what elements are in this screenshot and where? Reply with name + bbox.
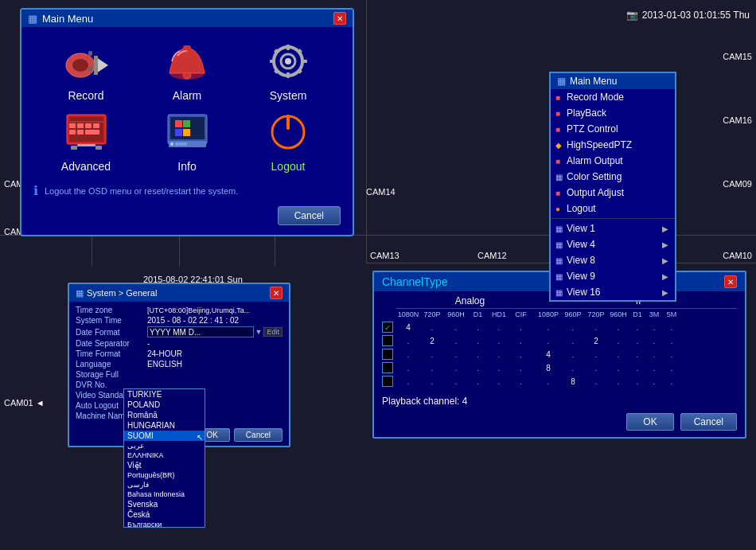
dateformat-arrow[interactable]: ▼ — [255, 328, 263, 336]
ch-ip-720p-r2: 2 — [585, 337, 607, 345]
menu-item-system[interactable]: System — [244, 39, 333, 102]
ch-720p-r3: . — [420, 350, 444, 359]
context-label-output: Output Adjust — [567, 187, 624, 198]
col-d1-ip: D1 — [629, 310, 645, 318]
svg-rect-23 — [69, 123, 76, 128]
ch-ip-960h-r4: . — [607, 364, 629, 373]
lang-farsi[interactable]: فارسی — [124, 480, 205, 490]
context-item-record-mode[interactable]: ■ Record Mode — [551, 89, 675, 105]
cam12-label: CAM12 — [477, 251, 507, 260]
col-1080n: 1080N — [396, 310, 420, 318]
context-item-color[interactable]: ▦ Color Setting — [551, 169, 675, 185]
info-label: Info — [177, 160, 196, 173]
context-item-playback[interactable]: ■ PlayBack — [551, 105, 675, 121]
lang-portuguese[interactable]: Português(BR) — [124, 470, 205, 480]
ch-960h-r1: . — [444, 323, 468, 332]
channel-dialog-title: ChannelType — [382, 275, 448, 288]
context-item-logout[interactable]: ● Logout — [551, 201, 675, 216]
datetime-value: 2013-01-03 01:01:55 Thu — [642, 10, 750, 21]
ch-ip-960p-r4: . — [561, 364, 585, 373]
ch-hd1-r4: . — [488, 364, 510, 373]
ch-checkbox-3[interactable] — [382, 349, 393, 360]
lang-svenska[interactable]: Svenska — [124, 499, 205, 509]
lang-ceska[interactable]: Česká — [124, 509, 205, 520]
lang-romana[interactable]: Română — [124, 410, 205, 420]
col-960h-ip: 960H — [607, 310, 629, 318]
ch-d1-r5: . — [468, 377, 488, 386]
system-cancel-btn[interactable]: Cancel — [234, 428, 283, 442]
ch-ip-5m-r3: . — [663, 350, 680, 359]
context-item-highspeed[interactable]: ◆ HighSpeedPTZ — [551, 137, 675, 153]
context-item-view1[interactable]: ▦ View 1 ▶ — [551, 220, 675, 236]
main-menu-close-btn[interactable]: ✕ — [333, 12, 346, 25]
arrow-view16: ▶ — [662, 288, 668, 297]
alarm-label: Alarm — [173, 89, 202, 102]
advanced-icon — [62, 110, 110, 154]
channel-ok-btn[interactable]: OK — [626, 413, 673, 431]
ch-checkbox-5[interactable] — [382, 376, 393, 387]
context-item-alarm-output[interactable]: ■ Alarm Output — [551, 153, 675, 169]
ch-checkbox-4[interactable] — [382, 362, 393, 373]
lang-turkiye[interactable]: TURKIYE — [124, 389, 205, 400]
ch-checkbox-1[interactable]: ✓ — [382, 322, 393, 333]
ch-ip-5m-r2: . — [663, 337, 680, 345]
ch-ip-960p-r5: 8 — [561, 377, 585, 386]
dateformat-edit[interactable]: Edit — [263, 327, 283, 337]
menu-bottom-row: Advanced Info — [21, 106, 353, 177]
menu-item-info[interactable]: Info — [142, 110, 232, 173]
lang-hungarian[interactable]: HUNGARIAN — [124, 420, 205, 431]
ch-1080n-r5: . — [396, 377, 420, 386]
context-label-record-mode: Record Mode — [567, 92, 624, 103]
context-menu: ▦ Main Menu ■ Record Mode ■ PlayBack ■ P… — [549, 72, 676, 302]
ch-cif-r5: . — [510, 377, 532, 386]
ch-1080n-r4: . — [396, 364, 420, 373]
lang-greek[interactable]: ΕΛΛΗΝΙΚΑ — [124, 451, 205, 460]
playback-channel-info: Playback channel: 4 — [374, 391, 745, 410]
value-timeformat: 24-HOUR — [147, 349, 283, 358]
arrow-view9: ▶ — [662, 272, 668, 281]
svg-rect-32 — [77, 144, 95, 146]
system-dialog-close-btn[interactable]: ✕ — [270, 287, 283, 299]
context-item-output[interactable]: ■ Output Adjust — [551, 185, 675, 201]
logout-icon — [264, 110, 312, 154]
context-item-view4[interactable]: ▦ View 4 ▶ — [551, 236, 675, 252]
channel-row-4: . . . . . . 8 . . . . . . — [382, 362, 737, 373]
main-menu-titlebar: ▦ Main Menu ✕ — [21, 10, 353, 27]
ch-ip-3m-r4: . — [645, 364, 663, 373]
lang-arabic[interactable]: عربى — [124, 441, 205, 451]
svg-point-1 — [72, 59, 88, 72]
ch-cif-r2: . — [510, 337, 532, 345]
cam13-label: CAM13 — [370, 251, 399, 260]
channel-row-2: . 2 . . . . . . 2 . . . . — [382, 335, 737, 346]
field-timeformat: Time Format 24-HOUR — [76, 349, 283, 358]
lang-bahasa[interactable]: Bahasa Indonesia — [124, 490, 205, 499]
menu-item-advanced[interactable]: Advanced — [41, 110, 131, 173]
divider-v1 — [366, 0, 367, 263]
datetime-display: 📷 2013-01-03 01:01:55 Thu — [626, 10, 750, 21]
input-dateformat[interactable] — [147, 326, 254, 337]
lang-suomi[interactable]: SUOMI — [124, 431, 205, 441]
ch-ip-960h-r3: . — [607, 350, 629, 359]
channel-cancel-btn[interactable]: Cancel — [680, 413, 737, 431]
menu-item-logout[interactable]: Logout — [244, 110, 333, 173]
context-item-view16[interactable]: ▦ View 16 ▶ — [551, 284, 675, 300]
ch-checkbox-2[interactable] — [382, 335, 393, 346]
lang-viet[interactable]: Việt — [124, 460, 205, 470]
channel-dialog-close-btn[interactable]: ✕ — [724, 275, 737, 288]
value-datesep: - — [147, 339, 283, 348]
ch-hd1-r5: . — [488, 377, 510, 386]
context-item-ptz[interactable]: ■ PTZ Control — [551, 121, 675, 137]
bullet-view4: ▦ — [555, 240, 563, 249]
logout-label: Logout — [271, 160, 306, 173]
context-item-view8[interactable]: ▦ View 8 ▶ — [551, 252, 675, 268]
value-timezone: [UTC+08:00]Beijing,Urumqi,Ta... — [147, 306, 283, 314]
context-item-view9[interactable]: ▦ View 9 ▶ — [551, 268, 675, 284]
menu-item-alarm[interactable]: Alarm — [142, 39, 232, 102]
lang-poland[interactable]: POLAND — [124, 400, 205, 410]
svg-rect-15 — [302, 60, 307, 63]
cam09-label: CAM09 — [723, 179, 752, 189]
menu-item-record[interactable]: Record — [41, 39, 131, 102]
ch-ip-d1-r1: . — [629, 323, 645, 332]
main-menu-cancel-btn[interactable]: Cancel — [278, 206, 341, 225]
lang-bulgarian[interactable]: Български — [124, 520, 205, 528]
